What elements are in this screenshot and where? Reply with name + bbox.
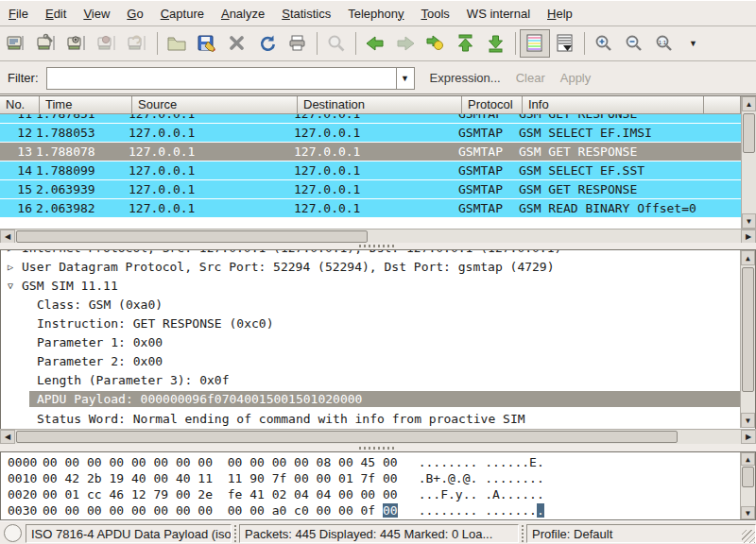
menu-go[interactable]: Go bbox=[118, 4, 151, 24]
packet-row[interactable]: 121.788053127.0.0.1127.0.0.1GSMTAPGSM SE… bbox=[0, 124, 741, 143]
scroll-right-icon[interactable]: ▶ bbox=[741, 230, 756, 244]
statusbar-grip[interactable] bbox=[232, 525, 238, 542]
go-to-top-icon[interactable] bbox=[451, 29, 481, 58]
filter-dropdown-button[interactable]: ▼ bbox=[396, 67, 415, 90]
pane-divider[interactable] bbox=[0, 444, 756, 451]
detail-hscrollbar[interactable]: ◀ ▶ bbox=[0, 429, 756, 444]
status-profile[interactable]: Profile: Default bbox=[526, 524, 756, 543]
column-header-no[interactable]: No. bbox=[0, 96, 40, 114]
packet-list-hscrollbar[interactable]: ◀ ▶ bbox=[0, 229, 756, 244]
clear-button[interactable]: Clear bbox=[516, 71, 545, 85]
detail-row-udp[interactable]: ▷User Datagram Protocol, Src Port: 52294… bbox=[1, 258, 755, 277]
scrollbar-thumb[interactable] bbox=[743, 113, 755, 153]
packet-row-selected[interactable]: 131.788078127.0.0.1127.0.0.1GSMTAPGSM GE… bbox=[0, 143, 741, 162]
drag-handle[interactable] bbox=[359, 245, 397, 247]
filter-label[interactable]: Filter: bbox=[8, 71, 39, 85]
menu-view[interactable]: View bbox=[75, 4, 118, 24]
scrollbar-thumb[interactable] bbox=[742, 467, 754, 487]
capture-options-icon[interactable] bbox=[32, 29, 62, 58]
open-file-icon[interactable] bbox=[162, 29, 192, 58]
packet-list-vscrollbar[interactable]: ▲ ▼ bbox=[741, 96, 756, 229]
detail-row-class[interactable]: Class: GSM (0xa0) bbox=[1, 296, 755, 314]
colorize-icon[interactable] bbox=[520, 29, 550, 58]
capture-restart-icon[interactable] bbox=[123, 29, 153, 58]
menu-file[interactable]: File bbox=[0, 4, 37, 24]
expert-info-icon[interactable] bbox=[4, 524, 22, 542]
detail-row-apdu-payload-selected[interactable]: APDU Payload: 000000096f0704001500150102… bbox=[1, 391, 755, 410]
go-to-packet-icon[interactable] bbox=[421, 29, 451, 58]
detail-row-parameter-2[interactable]: Parameter 2: 0x00 bbox=[1, 352, 755, 371]
find-packet-icon[interactable] bbox=[321, 29, 352, 58]
packet-row[interactable]: 152.063939127.0.0.1127.0.0.1GSMTAPGSM GE… bbox=[0, 180, 741, 199]
scroll-down-icon[interactable]: ▼ bbox=[741, 413, 755, 428]
detail-row-length[interactable]: Length (Parameter 3): 0x0f bbox=[1, 371, 755, 390]
capture-stop-icon[interactable] bbox=[93, 29, 123, 58]
pane-divider[interactable] bbox=[0, 243, 756, 249]
menu-ws-internal[interactable]: WS internal bbox=[458, 4, 539, 24]
window-resize-grip[interactable] bbox=[742, 530, 755, 543]
statusbar-grip[interactable] bbox=[520, 525, 525, 542]
packet-row[interactable]: 141.788099127.0.0.1127.0.0.1GSMTAPGSM SE… bbox=[0, 162, 741, 180]
scrollbar-thumb[interactable] bbox=[742, 267, 754, 392]
scroll-right-icon[interactable]: ▶ bbox=[741, 430, 756, 444]
scroll-down-icon[interactable]: ▼ bbox=[741, 506, 755, 519]
menu-tools[interactable]: Tools bbox=[413, 4, 458, 24]
expander-icon[interactable]: ▷ bbox=[8, 250, 13, 258]
toolbar-overflow-caret-icon[interactable]: ▼ bbox=[689, 39, 697, 48]
print-icon[interactable] bbox=[283, 29, 313, 58]
menu-edit[interactable]: Edit bbox=[37, 4, 75, 24]
scrollbar-thumb[interactable] bbox=[16, 230, 368, 243]
expression-button[interactable]: Expression... bbox=[430, 71, 501, 85]
menu-capture[interactable]: Capture bbox=[152, 4, 213, 24]
column-header-destination[interactable]: Destination bbox=[298, 96, 462, 114]
column-header-info[interactable]: Info bbox=[523, 96, 704, 114]
detail-vscrollbar[interactable]: ▲ ▼ bbox=[740, 250, 755, 428]
zoom-1-1-icon[interactable]: 1:1 bbox=[649, 29, 679, 58]
hex-row[interactable]: 002000 01 cc 46 12 79 00 2e fe 41 02 04 … bbox=[1, 486, 755, 502]
close-file-icon[interactable] bbox=[222, 29, 252, 58]
scroll-up-icon[interactable]: ▲ bbox=[741, 452, 755, 466]
go-to-bottom-icon[interactable] bbox=[481, 29, 511, 58]
scroll-up-icon[interactable]: ▲ bbox=[741, 250, 755, 265]
interface-list-icon[interactable] bbox=[2, 29, 32, 58]
expander-icon[interactable]: ▷ bbox=[8, 258, 13, 277]
menu-statistics[interactable]: Statistics bbox=[273, 4, 339, 24]
hex-row[interactable]: 003000 00 00 00 00 00 00 00 00 00 a0 c0 … bbox=[1, 502, 755, 518]
hex-row[interactable]: 000000 00 00 00 00 00 00 00 00 00 00 00 … bbox=[1, 454, 755, 470]
scroll-up-icon[interactable]: ▲ bbox=[742, 96, 756, 111]
hex-vscrollbar[interactable]: ▲ ▼ bbox=[740, 452, 755, 519]
menu-analyze[interactable]: Analyze bbox=[213, 4, 273, 24]
filter-input[interactable] bbox=[46, 67, 396, 90]
menu-telephony[interactable]: Telephony bbox=[339, 4, 412, 24]
scroll-left-icon[interactable]: ◀ bbox=[0, 230, 15, 244]
capture-start-icon[interactable] bbox=[62, 29, 93, 58]
drag-handle[interactable] bbox=[359, 447, 397, 450]
detail-row-instruction[interactable]: Instruction: GET RESPONSE (0xc0) bbox=[1, 314, 755, 333]
column-header-time[interactable]: Time bbox=[40, 96, 132, 114]
detail-row-parameter-1[interactable]: Parameter 1: 0x00 bbox=[1, 333, 755, 352]
column-header-source[interactable]: Source bbox=[132, 96, 298, 114]
toolbar-separator bbox=[317, 32, 318, 55]
scroll-left-icon[interactable]: ◀ bbox=[0, 430, 15, 444]
apply-button[interactable]: Apply bbox=[560, 71, 592, 85]
auto-scroll-icon[interactable] bbox=[550, 29, 580, 58]
hex-row[interactable]: 001000 42 2b 19 40 00 40 11 11 90 7f 00 … bbox=[1, 470, 755, 486]
save-file-icon[interactable] bbox=[192, 29, 222, 58]
go-back-icon[interactable] bbox=[360, 29, 390, 58]
detail-row-gsm-sim[interactable]: ▽GSM SIM 11.11 bbox=[1, 277, 755, 296]
hex-dump-pane: 000000 00 00 00 00 00 00 00 00 00 00 00 … bbox=[0, 451, 756, 520]
packet-row-clipped[interactable]: 111.787851127.0.0.1127.0.0.1GSMTAPGSM GE… bbox=[0, 114, 741, 124]
scroll-down-icon[interactable]: ▼ bbox=[742, 213, 756, 229]
expander-icon[interactable]: ▽ bbox=[8, 277, 13, 296]
menu-help[interactable]: Help bbox=[539, 4, 581, 24]
reload-icon[interactable] bbox=[252, 29, 283, 58]
svg-text:1:1: 1:1 bbox=[659, 40, 667, 45]
go-forward-icon[interactable] bbox=[390, 29, 421, 58]
column-header-protocol[interactable]: Protocol bbox=[462, 96, 523, 114]
zoom-in-icon[interactable] bbox=[589, 29, 619, 58]
scrollbar-thumb[interactable] bbox=[16, 431, 678, 443]
packet-row[interactable]: 162.063982127.0.0.1127.0.0.1GSMTAPGSM RE… bbox=[0, 199, 741, 218]
detail-row-clipped[interactable]: ▷Internet Protocol, Src: 127.0.0.1 (127.… bbox=[1, 250, 755, 258]
zoom-out-icon[interactable] bbox=[619, 29, 649, 58]
detail-row-status-word[interactable]: Status Word: Normal ending of command wi… bbox=[1, 410, 755, 429]
